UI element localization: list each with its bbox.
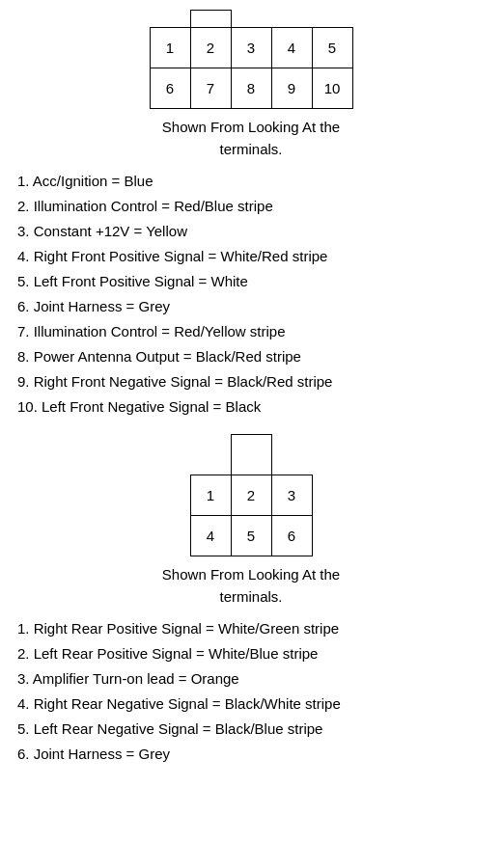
- cell-8: 8: [231, 68, 271, 109]
- tab-blank-5: [190, 435, 231, 475]
- list-item: 6. Joint Harness = Grey: [17, 743, 485, 766]
- tab-bump: [190, 11, 231, 28]
- list-item: 4. Right Front Positive Signal = White/R…: [17, 245, 485, 268]
- list-item: 3. Constant +12V = Yellow: [17, 220, 485, 243]
- list-item: 3. Amplifier Turn-on lead = Orange: [17, 667, 485, 691]
- list-item: 1. Acc/Ignition = Blue: [17, 170, 485, 193]
- tab-blank-6: [271, 435, 312, 475]
- section-1: 1 2 3 4 5 6 7 8 9 10 Shown From Looking …: [10, 10, 492, 419]
- tab-blank-2: [231, 11, 271, 28]
- tab-blank-1: [150, 11, 190, 28]
- pin-list-2: 1. Right Rear Positive Signal = White/Gr…: [10, 617, 492, 766]
- tab-blank-4: [312, 11, 352, 28]
- tab-blank-3: [271, 11, 312, 28]
- list-item: 8. Power Antenna Output = Black/Red stri…: [17, 345, 485, 368]
- tab-row-2: [190, 435, 312, 475]
- table-row: 1 2 3: [190, 475, 312, 516]
- list-item: 2. Illumination Control = Red/Blue strip…: [17, 195, 485, 218]
- list-item: 1. Right Rear Positive Signal = White/Gr…: [17, 617, 485, 640]
- cell-s2: 2: [231, 475, 271, 516]
- cell-4: 4: [271, 28, 312, 68]
- connector-table-10pin: 1 2 3 4 5 6 7 8 9 10: [150, 10, 353, 109]
- pin-list-1: 1. Acc/Ignition = Blue 2. Illumination C…: [10, 170, 492, 419]
- table-1-wrapper: 1 2 3 4 5 6 7 8 9 10: [10, 10, 492, 109]
- cell-10: 10: [312, 68, 352, 109]
- cell-7: 7: [190, 68, 231, 109]
- section-2: 1 2 3 4 5 6 Shown From Looking At the te…: [10, 434, 492, 766]
- connector-table-6pin: 1 2 3 4 5 6: [190, 434, 313, 556]
- table-row: 6 7 8 9 10: [150, 68, 352, 109]
- tab-bump-2: [231, 435, 271, 475]
- list-item: 6. Joint Harness = Grey: [17, 295, 485, 318]
- cell-s5: 5: [231, 516, 271, 556]
- cell-s6: 6: [271, 516, 312, 556]
- table-2-wrapper: 1 2 3 4 5 6: [10, 434, 492, 556]
- list-item: 5. Left Front Positive Signal = White: [17, 270, 485, 293]
- cell-2: 2: [190, 28, 231, 68]
- tab-row: [150, 11, 352, 28]
- list-item: 2. Left Rear Positive Signal = White/Blu…: [17, 642, 485, 665]
- list-item: 5. Left Rear Negative Signal = Black/Blu…: [17, 718, 485, 741]
- cell-s3: 3: [271, 475, 312, 516]
- caption-2: Shown From Looking At the terminals.: [10, 564, 492, 608]
- list-item: 4. Right Rear Negative Signal = Black/Wh…: [17, 692, 485, 716]
- cell-s1: 1: [190, 475, 231, 516]
- cell-9: 9: [271, 68, 312, 109]
- cell-5: 5: [312, 28, 352, 68]
- cell-s4: 4: [190, 516, 231, 556]
- caption-1: Shown From Looking At the terminals.: [10, 117, 492, 160]
- cell-3: 3: [231, 28, 271, 68]
- cell-1: 1: [150, 28, 190, 68]
- table-row: 1 2 3 4 5: [150, 28, 352, 68]
- cell-6: 6: [150, 68, 190, 109]
- list-item: 9. Right Front Negative Signal = Black/R…: [17, 370, 485, 393]
- list-item: 7. Illumination Control = Red/Yellow str…: [17, 320, 485, 343]
- table-row: 4 5 6: [190, 516, 312, 556]
- list-item: 10. Left Front Negative Signal = Black: [17, 395, 485, 419]
